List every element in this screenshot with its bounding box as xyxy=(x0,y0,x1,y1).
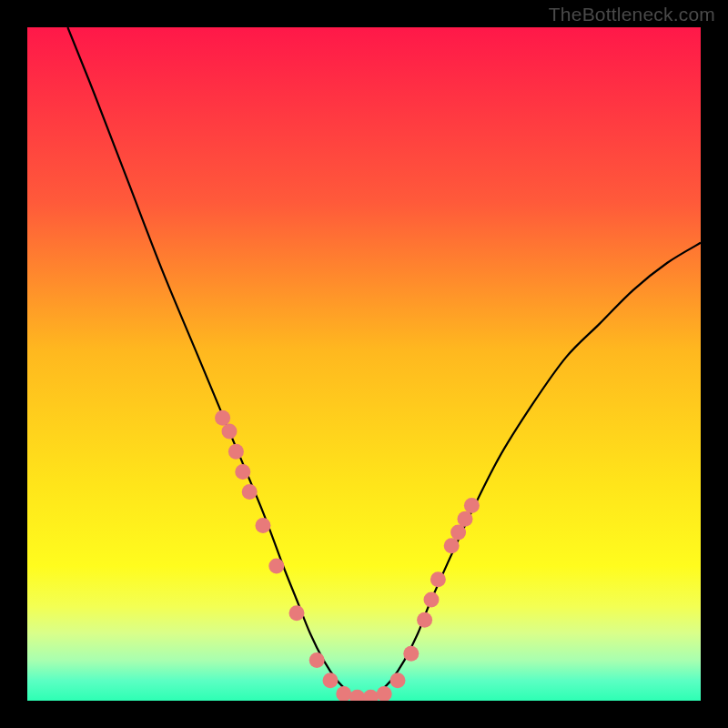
data-marker xyxy=(215,410,230,426)
data-marker xyxy=(268,559,284,574)
data-marker xyxy=(363,690,379,701)
plot-area xyxy=(27,27,701,701)
data-marker xyxy=(256,518,271,533)
data-marker xyxy=(403,646,419,662)
data-marker xyxy=(323,672,339,688)
data-marker xyxy=(444,538,460,553)
curve-left-curve xyxy=(67,27,350,694)
data-marker xyxy=(430,571,446,587)
data-marker xyxy=(309,652,325,668)
data-marker xyxy=(228,444,244,460)
data-marker xyxy=(235,464,250,480)
data-marker xyxy=(390,672,406,688)
data-marker xyxy=(464,498,480,513)
data-marker xyxy=(349,690,365,701)
chart-curves xyxy=(27,27,701,701)
data-marker xyxy=(377,686,392,701)
data-marker xyxy=(458,511,473,527)
data-marker xyxy=(289,605,305,621)
data-marker xyxy=(336,686,351,701)
data-marker xyxy=(222,424,238,440)
data-marker xyxy=(450,525,466,541)
data-marker xyxy=(417,612,432,628)
data-marker xyxy=(424,592,440,608)
data-marker xyxy=(242,484,258,500)
watermark-text: TheBottleneck.com xyxy=(549,4,715,25)
